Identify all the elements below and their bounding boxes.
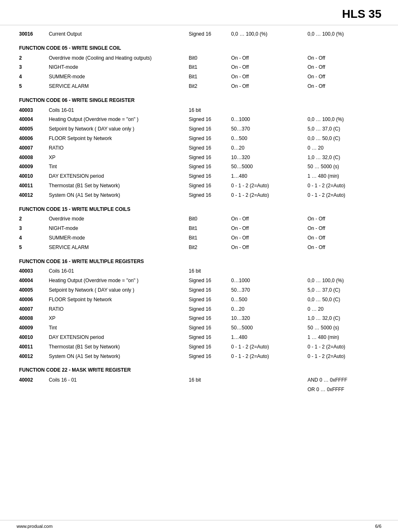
row-range: 0 - 1 - 2 (2=Auto) <box>229 181 305 191</box>
row-default: 0 … 20 <box>305 305 381 314</box>
row-code: 40007 <box>17 143 46 153</box>
row-code: 40012 <box>17 191 46 200</box>
table-row: 40003Coils 16-0116 bit <box>17 266 381 276</box>
row-description: Current Output <box>46 29 187 39</box>
row-default: 1 … 480 (min) <box>305 333 381 342</box>
section-header-label: FUNCTION CODE 22 - MASK WRITE REGISTER <box>17 361 381 375</box>
row-description: XP <box>46 153 187 162</box>
row-datatype: Signed 16 <box>186 181 228 191</box>
row-default: 50 … 5000 (s) <box>305 323 381 333</box>
row-range: 50…370 <box>229 285 305 295</box>
row-range: 50…5000 <box>229 162 305 172</box>
table-row: 5SERVICE ALARMBit2On - OffOn - Off <box>17 243 381 252</box>
table-row: 40009TintSigned 1650…500050 … 5000 (s) <box>17 162 381 172</box>
table-row: 40002Coils 16 - 0116 bitAND 0 … 0xFFFF <box>17 375 381 385</box>
section-header-label: FUNCTION CODE 15 - WRITE MULTIPLE COILS <box>17 200 381 215</box>
table-row: 40009TintSigned 1650…500050 … 5000 (s) <box>17 323 381 333</box>
row-code: 40009 <box>17 323 46 333</box>
section-header-row: FUNCTION CODE 15 - WRITE MULTIPLE COILS <box>17 200 381 215</box>
row-description: DAY EXTENSION period <box>46 172 187 181</box>
row-range: 0 - 1 - 2 (2=Auto) <box>229 191 305 200</box>
row-datatype: Bit0 <box>186 214 228 224</box>
section-header-row: FUNCTION CODE 05 - WRITE SINGLE COIL <box>17 39 381 53</box>
row-range <box>229 106 305 115</box>
row-description <box>46 385 187 394</box>
row-datatype: 16 bit <box>186 106 228 115</box>
row-code: 40009 <box>17 162 46 172</box>
row-default: 5,0 … 37,0 (C) <box>305 124 381 134</box>
row-range <box>229 266 305 276</box>
row-datatype: Signed 16 <box>186 124 228 134</box>
row-code <box>17 385 46 394</box>
row-code: 3 <box>17 63 46 72</box>
row-code: 40004 <box>17 276 46 285</box>
row-range: 0 - 1 - 2 (2=Auto) <box>229 352 305 361</box>
row-description: Tint <box>46 162 187 172</box>
row-datatype: Bit1 <box>186 233 228 243</box>
row-description: RATIO <box>46 305 187 314</box>
row-code: 40004 <box>17 115 46 124</box>
page-header: HLS 35 <box>0 0 398 25</box>
table-row: 40012System ON (A1 Set by Network)Signed… <box>17 352 381 361</box>
row-range: 1…480 <box>229 333 305 342</box>
row-code: 2 <box>17 53 46 63</box>
page-title: HLS 35 <box>17 7 381 21</box>
row-default: On - Off <box>305 72 381 82</box>
row-range: 0…500 <box>229 295 305 305</box>
row-description: Heating Output (Overdrive mode = "on" ) <box>46 115 187 124</box>
row-description: Tint <box>46 323 187 333</box>
row-description: SUMMER-mode <box>46 233 187 243</box>
row-description: Coils 16 - 01 <box>46 375 187 385</box>
row-range: On - Off <box>229 233 305 243</box>
row-default: On - Off <box>305 214 381 224</box>
row-code: 40012 <box>17 352 46 361</box>
row-description: SUMMER-mode <box>46 72 187 82</box>
section-header-label: FUNCTION CODE 06 - WRITE SINGLE REGISTER <box>17 91 381 106</box>
row-datatype: 16 bit <box>186 375 228 385</box>
table-row: 3NIGHT-modeBit1On - OffOn - Off <box>17 224 381 233</box>
row-code: 40010 <box>17 172 46 181</box>
row-datatype <box>186 385 228 394</box>
table-row: 2Overdrive mode (Cooling and Heating out… <box>17 53 381 63</box>
row-range: 50…370 <box>229 124 305 134</box>
row-datatype: Signed 16 <box>186 295 228 305</box>
row-default: On - Off <box>305 224 381 233</box>
row-range: On - Off <box>229 53 305 63</box>
row-datatype: Bit2 <box>186 82 228 91</box>
table-row: 40011Thermostat (B1 Set by Network)Signe… <box>17 181 381 191</box>
table-row: 4SUMMER-modeBit1On - OffOn - Off <box>17 233 381 243</box>
row-default: 1,0 … 32,0 (C) <box>305 153 381 162</box>
row-description: FLOOR Setpoint by Network <box>46 134 187 143</box>
row-code: 40006 <box>17 134 46 143</box>
row-range: On - Off <box>229 72 305 82</box>
row-datatype: 16 bit <box>186 266 228 276</box>
row-datatype: Signed 16 <box>186 162 228 172</box>
table-row: 40010DAY EXTENSION periodSigned 161…4801… <box>17 333 381 342</box>
row-default: 1,0 … 32,0 (C) <box>305 314 381 323</box>
table-row: 40004Heating Output (Overdrive mode = "o… <box>17 276 381 285</box>
row-description: Heating Output (Overdrive mode = "on" ) <box>46 276 187 285</box>
table-row: 40004Heating Output (Overdrive mode = "o… <box>17 115 381 124</box>
row-code: 40007 <box>17 305 46 314</box>
row-default: AND 0 … 0xFFFF <box>305 375 381 385</box>
row-datatype: Signed 16 <box>186 305 228 314</box>
row-code: 40002 <box>17 375 46 385</box>
row-code: 40005 <box>17 124 46 134</box>
row-description: Thermostat (B1 Set by Network) <box>46 181 187 191</box>
row-default: 0,0 … 100,0 (%) <box>305 276 381 285</box>
row-datatype: Signed 16 <box>186 153 228 162</box>
row-code: 40006 <box>17 295 46 305</box>
row-default: 0 - 1 - 2 (2=Auto) <box>305 181 381 191</box>
row-description: Setpoint by Network ( DAY value only ) <box>46 285 187 295</box>
row-datatype: Signed 16 <box>186 191 228 200</box>
page-content: 30016Current OutputSigned 160,0 … 100,0 … <box>0 25 398 422</box>
row-description: XP <box>46 314 187 323</box>
row-default: On - Off <box>305 82 381 91</box>
table-row: 40005Setpoint by Network ( DAY value onl… <box>17 285 381 295</box>
row-range: 0,0 … 100,0 (%) <box>229 29 305 39</box>
table-row: OR 0 … 0xFFFF <box>17 385 381 394</box>
row-description: Coils 16-01 <box>46 266 187 276</box>
row-datatype: Bit1 <box>186 72 228 82</box>
row-code: 40011 <box>17 181 46 191</box>
row-description: SERVICE ALARM <box>46 243 187 252</box>
